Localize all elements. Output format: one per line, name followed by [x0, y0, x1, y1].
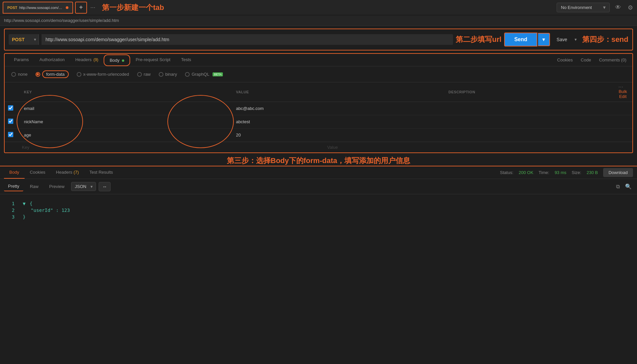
wrap-button[interactable]: ↔: [99, 182, 111, 191]
radio-urlencoded[interactable]: x-www-form-urlencoded: [77, 72, 129, 77]
breadcrumb-text: http://www.sosoapi.com/demo/swagger/user…: [4, 18, 119, 23]
row-checkbox[interactable]: [8, 105, 13, 111]
tab-authorization[interactable]: Authorization: [34, 54, 70, 66]
headers-label: Headers: [75, 57, 92, 62]
size-label: Size:: [572, 170, 581, 175]
annotation-step3-text: 第三步：选择Body下的form-data，填写添加的用户信息: [0, 153, 637, 166]
row-desc-cell: [443, 102, 613, 115]
active-tab[interactable]: POST http://www.sosoapi.com/dem...: [3, 2, 73, 14]
tab-bar: POST http://www.sosoapi.com/dem... + ···…: [0, 0, 637, 15]
url-input[interactable]: [42, 34, 453, 45]
resp-tab-body[interactable]: Body: [4, 166, 25, 179]
time-label: Time:: [539, 170, 549, 175]
status-value: 200 OK: [519, 170, 533, 175]
new-tab-button[interactable]: +: [75, 2, 87, 14]
json-line-3: 3 }: [7, 214, 630, 220]
time-value: 93 ms: [555, 170, 566, 175]
body-label: Body: [110, 58, 120, 63]
environment-selector[interactable]: No Environment: [557, 3, 610, 12]
row-value-cell: 20: [231, 129, 443, 142]
row-key-cell: nickName: [19, 115, 231, 129]
radio-form-data-circle: [36, 72, 40, 77]
send-dropdown-button[interactable]: ▼: [538, 33, 550, 46]
row-desc-cell: [443, 115, 613, 129]
tab-method: POST: [7, 6, 17, 10]
radio-none[interactable]: none: [11, 72, 28, 77]
resp-headers-count: (7): [73, 170, 79, 175]
row-value-cell: abctest: [231, 115, 443, 129]
radio-binary[interactable]: binary: [159, 72, 177, 77]
tab-code-right[interactable]: Code: [579, 54, 593, 66]
response-status-area: Status: 200 OK Time: 93 ms Size: 230 B D…: [500, 168, 633, 177]
binary-label: binary: [165, 72, 177, 77]
row-actions-cell: [613, 115, 632, 129]
radio-graphql[interactable]: GraphQL BETA: [185, 72, 223, 77]
tab-body[interactable]: Body: [104, 54, 130, 66]
row-checkbox-cell[interactable]: [5, 102, 19, 115]
col-more: ··· Bulk Edit: [613, 82, 632, 102]
more-tabs-button[interactable]: ···: [89, 4, 97, 11]
headers-count: (9): [93, 57, 98, 62]
send-button-group: Send ▼: [504, 33, 550, 46]
radio-form-data[interactable]: form-data: [36, 70, 69, 78]
row-key-cell: email: [19, 102, 231, 115]
send-button[interactable]: Send: [504, 33, 537, 46]
request-body-panel: Params Authorization Headers (9) Body Pr…: [4, 53, 633, 153]
tab-url: http://www.sosoapi.com/dem...: [19, 6, 62, 10]
row-value-cell: abc@abc.com: [231, 102, 443, 115]
copy-icon-button[interactable]: ⧉: [615, 182, 621, 191]
row-checkbox[interactable]: [8, 119, 13, 124]
form-data-section: KEY VALUE DESCRIPTION ··· Bulk Edit: [5, 82, 632, 142]
fmt-tab-pretty[interactable]: Pretty: [4, 182, 23, 191]
radio-raw[interactable]: raw: [137, 72, 151, 77]
method-selector[interactable]: POST GET PUT DELETE: [9, 34, 39, 45]
env-selector-wrap: No Environment ▼: [557, 3, 610, 12]
tab-params[interactable]: Params: [9, 54, 34, 66]
json-val-userid: 123: [61, 208, 70, 213]
resp-tab-test-results[interactable]: Test Results: [84, 166, 118, 179]
save-button[interactable]: Save: [553, 34, 571, 46]
fmt-tab-raw[interactable]: Raw: [26, 182, 43, 191]
row-checkbox-cell[interactable]: [5, 115, 19, 129]
annotation-step4: 第四步：send: [582, 35, 628, 45]
json-open-brace: {: [30, 201, 32, 206]
row-checkbox[interactable]: [8, 132, 13, 137]
beta-badge: BETA: [213, 72, 223, 76]
json-line-2: 2 "userId" : 123: [7, 208, 630, 213]
raw-label: raw: [144, 72, 151, 77]
fmt-tab-preview[interactable]: Preview: [45, 182, 68, 191]
breadcrumb: http://www.sosoapi.com/demo/swagger/user…: [0, 15, 637, 26]
row-checkbox-cell[interactable]: [5, 129, 19, 142]
tab-headers[interactable]: Headers (9): [70, 54, 104, 66]
resp-tab-headers[interactable]: Headers (7): [51, 166, 84, 179]
save-button-group: Save ▼: [553, 34, 580, 46]
resp-tab-cookies[interactable]: Cookies: [25, 166, 51, 179]
tab-pre-request[interactable]: Pre-request Script: [130, 54, 176, 66]
tab-cookies-right[interactable]: Cookies: [555, 54, 575, 66]
resp-headers-label: Headers: [56, 170, 72, 175]
annotation-step1: 第一步新建一个tab: [102, 3, 164, 13]
json-format-selector[interactable]: JSON: [71, 182, 96, 191]
row-desc-cell: [443, 129, 613, 142]
tab-comments-right[interactable]: Comments (0): [597, 54, 628, 66]
json-line-1: 1 ▼ {: [7, 201, 630, 206]
body-type-row: none form-data x-www-form-urlencoded raw…: [5, 66, 632, 82]
top-right-controls: No Environment ▼ 👁 ⚙: [557, 3, 634, 13]
tab-tests[interactable]: Tests: [176, 54, 196, 66]
right-tabs: Cookies Code Comments (0): [555, 54, 628, 66]
settings-icon-button[interactable]: ⚙: [626, 3, 634, 13]
tab-unsaved-dot: [66, 6, 68, 9]
search-icon-button[interactable]: 🔍: [624, 182, 633, 191]
row-actions-cell: [613, 129, 632, 142]
format-right-icons: ⧉ 🔍: [615, 182, 633, 191]
value-header-text: VALUE: [236, 90, 249, 94]
eye-icon-button[interactable]: 👁: [614, 3, 622, 12]
row-key-cell: age: [19, 129, 231, 142]
save-dropdown-button[interactable]: ▼: [572, 34, 580, 45]
download-button[interactable]: Download: [603, 168, 633, 177]
status-label: Status:: [500, 170, 513, 175]
json-format-select-wrap: JSON ▼: [71, 182, 96, 191]
method-select-wrap: POST GET PUT DELETE ▼: [9, 34, 39, 45]
bulk-edit-button[interactable]: Bulk Edit: [619, 89, 627, 99]
new-row-key-placeholder: Key: [22, 145, 322, 150]
